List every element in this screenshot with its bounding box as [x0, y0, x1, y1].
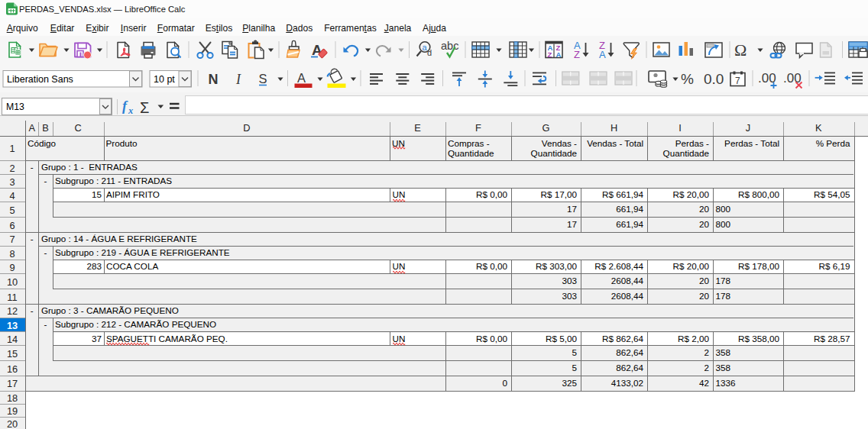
svg-text:f: f: [122, 98, 128, 114]
svg-text:A: A: [556, 50, 562, 59]
svg-text:Liberation Sans: Liberation Sans: [7, 74, 73, 85]
svg-text:x: x: [128, 105, 133, 116]
svg-text:Z: Z: [574, 49, 580, 60]
svg-text:I: I: [235, 72, 241, 87]
svg-text:0.0: 0.0: [704, 71, 724, 87]
svg-text:10 pt: 10 pt: [154, 74, 175, 85]
svg-text:A: A: [599, 49, 606, 60]
svg-text:Σ: Σ: [140, 99, 149, 116]
svg-text:d: d: [427, 48, 432, 57]
svg-text:N: N: [209, 72, 219, 87]
svg-text:S: S: [259, 72, 267, 85]
svg-text:Ω: Ω: [734, 40, 747, 60]
svg-text:abc: abc: [441, 40, 458, 52]
svg-text:Z: Z: [548, 50, 552, 59]
svg-text:%: %: [681, 71, 694, 87]
svg-text:7: 7: [735, 76, 740, 86]
svg-text:A: A: [297, 71, 306, 85]
svg-text:.00: .00: [783, 71, 802, 85]
